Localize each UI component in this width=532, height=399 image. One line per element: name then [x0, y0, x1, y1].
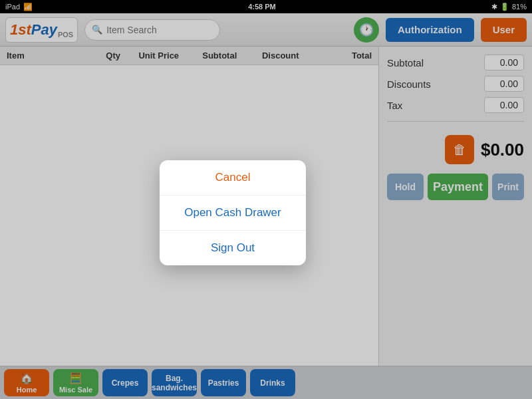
cancel-option[interactable]: Cancel: [160, 160, 306, 196]
popup-menu: Cancel Open Cash Drawer Sign Out: [160, 160, 306, 265]
open-cash-drawer-option[interactable]: Open Cash Drawer: [160, 196, 306, 231]
sign-out-option[interactable]: Sign Out: [160, 231, 306, 265]
modal-overlay[interactable]: Cancel Open Cash Drawer Sign Out: [0, 0, 532, 399]
